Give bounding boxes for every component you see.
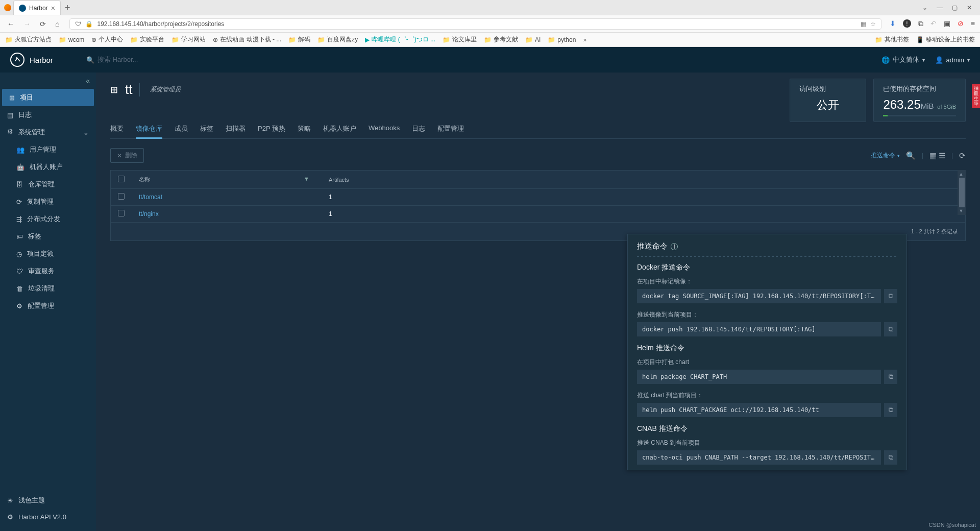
- extension-icon[interactable]: ⧉: [918, 19, 923, 28]
- scroll-thumb[interactable]: [959, 178, 965, 207]
- select-all-checkbox[interactable]: [118, 176, 125, 182]
- repo-link[interactable]: tt/tomcat: [139, 194, 162, 201]
- chevron-down-icon[interactable]: ⌄: [922, 4, 927, 11]
- sidebar-item-quota[interactable]: ◷项目定额: [0, 245, 96, 262]
- copy-button[interactable]: ⧉: [884, 450, 897, 465]
- bookmark-item[interactable]: ▶ 哔哩哔哩 (゜-゜)つロ ...: [365, 35, 435, 44]
- search-box[interactable]: 🔍 搜索 Harbor...: [86, 55, 881, 64]
- refresh-icon[interactable]: ⟳: [959, 151, 966, 160]
- bookmark-item[interactable]: 📁 python: [548, 36, 576, 43]
- cnab-push-command[interactable]: cnab-to-oci push CNAB_PATH --target 192.…: [637, 450, 881, 465]
- copy-button[interactable]: ⧉: [884, 322, 897, 336]
- no-ads-icon[interactable]: ⊘: [958, 19, 964, 28]
- search-icon: 🔍: [86, 56, 94, 64]
- sidebar-group-admin[interactable]: ⚙系统管理⌄: [0, 124, 96, 141]
- row-checkbox[interactable]: [118, 193, 125, 200]
- bookmark-item[interactable]: 📁 火狐官方站点: [5, 35, 52, 44]
- sidebar-item-replication[interactable]: ⟳复制管理: [0, 193, 96, 210]
- browser-tab[interactable]: Harbor ×: [13, 1, 61, 15]
- bookmark-item[interactable]: 📁 论文库里: [443, 35, 477, 44]
- sidebar-collapse-button[interactable]: «: [0, 73, 96, 89]
- bookmark-item[interactable]: 📁 解码: [288, 35, 310, 44]
- sidebar-api-link[interactable]: ⚙Harbor API V2.0: [0, 509, 96, 525]
- harbor-logo[interactable]: Harbor: [10, 53, 53, 67]
- language-selector[interactable]: 🌐 中文简体 ▾: [881, 55, 925, 64]
- helm-push-command[interactable]: helm push CHART_PACKAGE oci://192.168.14…: [637, 403, 881, 417]
- delete-button[interactable]: ✕删除: [110, 148, 144, 163]
- tab-p2p[interactable]: P2P 预热: [258, 120, 285, 138]
- copy-button[interactable]: ⧉: [884, 289, 897, 303]
- search-icon[interactable]: 🔍: [906, 151, 916, 160]
- tab-scanner[interactable]: 扫描器: [226, 120, 246, 138]
- row-checkbox[interactable]: [118, 210, 125, 216]
- sidebar-item-users[interactable]: 👥用户管理: [0, 141, 96, 158]
- bookmark-item[interactable]: ⊕ 个人中心: [91, 35, 123, 44]
- new-tab-button[interactable]: +: [65, 3, 70, 13]
- side-feedback-strip[interactable]: 拍皿生筆: [972, 84, 980, 108]
- divider: |: [951, 152, 953, 159]
- notification-icon[interactable]: !: [903, 19, 911, 28]
- column-name[interactable]: 名称▼: [132, 171, 322, 189]
- tab-webhooks[interactable]: Webhooks: [369, 120, 400, 138]
- window-minimize-button[interactable]: —: [937, 4, 943, 11]
- bookmark-item[interactable]: 📁 参考文献: [484, 35, 518, 44]
- sidebar-item-project[interactable]: ⊞项目: [2, 89, 94, 106]
- sidebar-theme-toggle[interactable]: ☀浅色主题: [0, 492, 96, 509]
- filter-icon[interactable]: ▼: [304, 176, 309, 182]
- window-maximize-button[interactable]: ▢: [952, 4, 958, 11]
- nav-back-button[interactable]: ←: [5, 19, 16, 29]
- helm-package-command[interactable]: helm package CHART_PATH: [637, 370, 881, 384]
- tab-repositories[interactable]: 镜像仓库: [136, 120, 162, 139]
- url-bar[interactable]: 🛡 🔒 192.168.145.140/harbor/projects/2/re…: [69, 18, 881, 30]
- bookmark-item[interactable]: 📁 实验平台: [130, 35, 164, 44]
- column-artifacts[interactable]: Artifacts: [322, 171, 495, 189]
- bookmarks-overflow[interactable]: »: [583, 36, 586, 43]
- sidebar-item-distribution[interactable]: ⇶分布式分发: [0, 210, 96, 228]
- tab-robot[interactable]: 机器人账户: [323, 120, 356, 138]
- scroll-down-icon[interactable]: ▼: [959, 208, 965, 213]
- bookmark-item[interactable]: ⊕ 在线动画 动漫下载 - ...: [213, 35, 281, 44]
- scroll-up-icon[interactable]: ▲: [959, 172, 965, 177]
- view-list-icon[interactable]: ☰: [939, 151, 945, 160]
- bookmark-star-icon[interactable]: ☆: [870, 20, 876, 28]
- nav-home-button[interactable]: ⌂: [53, 19, 61, 29]
- copy-button[interactable]: ⧉: [884, 370, 897, 384]
- sidebar-item-robot[interactable]: 🤖机器人账户: [0, 158, 96, 176]
- pocket-icon[interactable]: ▣: [944, 19, 950, 28]
- download-icon[interactable]: ⬇: [890, 19, 896, 28]
- nav-back2-icon[interactable]: ↶: [930, 19, 937, 28]
- tab-policy[interactable]: 策略: [298, 120, 311, 138]
- copy-button[interactable]: ⧉: [884, 403, 897, 417]
- bookmark-item[interactable]: 📱 移动设备上的书签: [916, 35, 975, 44]
- view-card-icon[interactable]: ▦: [929, 151, 937, 160]
- sidebar-item-gc[interactable]: 🗑垃圾清理: [0, 280, 96, 297]
- tab-close-icon[interactable]: ×: [51, 4, 55, 12]
- table-scrollbar[interactable]: ▲ ▼: [958, 170, 966, 215]
- push-command-dropdown[interactable]: 推送命令 ▾: [871, 151, 900, 160]
- bookmark-item[interactable]: 📁 wcom: [59, 36, 84, 43]
- tab-labels[interactable]: 标签: [200, 120, 213, 138]
- tab-summary[interactable]: 概要: [110, 120, 124, 138]
- tab-config[interactable]: 配置管理: [437, 120, 464, 138]
- sidebar-item-log[interactable]: ▤日志: [0, 106, 96, 124]
- info-icon[interactable]: i: [671, 243, 678, 250]
- docker-tag-command[interactable]: docker tag SOURCE_IMAGE[:TAG] 192.168.14…: [637, 289, 881, 303]
- sidebar-item-registry[interactable]: 🗄仓库管理: [0, 176, 96, 193]
- sidebar-item-labels[interactable]: 🏷标签: [0, 228, 96, 245]
- tab-logs[interactable]: 日志: [412, 120, 425, 138]
- bookmark-item[interactable]: 📁 学习网站: [172, 35, 206, 44]
- bookmark-item[interactable]: 📁 AI: [525, 36, 541, 43]
- sidebar-item-audit[interactable]: 🛡审查服务: [0, 262, 96, 280]
- window-close-button[interactable]: ✕: [967, 4, 972, 11]
- menu-icon[interactable]: ≡: [971, 19, 975, 28]
- repo-link[interactable]: tt/nginx: [139, 210, 159, 218]
- bookmark-item[interactable]: 📁 百度网盘zy: [317, 35, 358, 44]
- user-menu[interactable]: 👤 admin ▾: [935, 56, 970, 64]
- nav-reload-button[interactable]: ⟳: [38, 19, 48, 29]
- sidebar-item-config[interactable]: ⚙配置管理: [0, 297, 96, 315]
- bookmark-item[interactable]: 📁 其他书签: [875, 35, 909, 44]
- tab-members[interactable]: 成员: [175, 120, 188, 138]
- docker-push-command[interactable]: docker push 192.168.145.140/tt/REPOSITOR…: [637, 322, 881, 336]
- qr-icon[interactable]: ▦: [861, 20, 866, 28]
- nav-forward-button[interactable]: →: [21, 19, 33, 29]
